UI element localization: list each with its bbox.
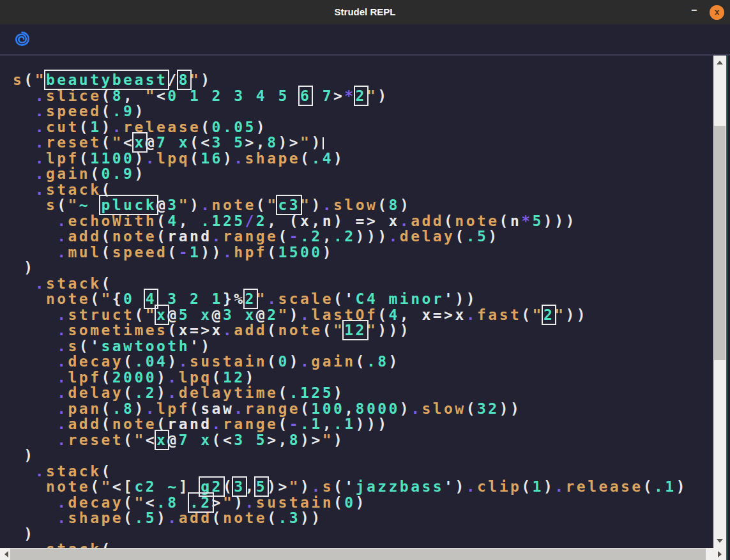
scroll-right-arrow-icon[interactable]	[718, 551, 722, 557]
code-token: "	[101, 291, 112, 307]
code-token: "	[134, 494, 145, 511]
code-token: rand	[167, 416, 211, 432]
code-token: )	[300, 432, 311, 448]
code-token: .	[411, 400, 422, 417]
code-token: range	[223, 416, 278, 432]
scroll-down-arrow-icon[interactable]	[717, 539, 723, 543]
code-token: (	[278, 228, 289, 245]
code-token: <	[123, 134, 134, 151]
code-token: ,	[323, 416, 333, 432]
code-token: gain	[311, 353, 355, 370]
scroll-up-arrow-icon[interactable]	[717, 61, 723, 64]
code-token: 8	[289, 432, 300, 448]
code-token: (	[377, 306, 388, 323]
code-token: slice	[46, 87, 102, 104]
code-token: add	[411, 213, 444, 229]
vertical-scrollbar-thumb[interactable]	[714, 126, 726, 360]
code-token: .	[245, 494, 256, 511]
minimize-button[interactable]: –	[687, 0, 702, 24]
code-token: [	[123, 478, 134, 495]
code-token: (	[521, 478, 532, 495]
code-token: 2	[256, 213, 267, 229]
code-token: (	[267, 322, 278, 338]
code-token: )	[400, 197, 411, 213]
titlebar[interactable]: Strudel REPL – x	[0, 0, 730, 24]
code-token: .	[35, 165, 46, 182]
code-token: "	[146, 306, 156, 323]
code-token: decay	[68, 494, 124, 511]
code-token: delay	[68, 384, 124, 401]
code-token: .	[400, 213, 411, 229]
code-token: .	[57, 306, 68, 323]
code-token: .	[35, 103, 46, 119]
code-token: )	[323, 244, 333, 261]
code-token: @	[156, 197, 167, 213]
scroll-left-arrow-icon[interactable]	[4, 551, 8, 557]
code-area[interactable]: s("beautybeast/8") .slice(8, "<0 1 2 3 4…	[0, 56, 713, 548]
code-token: .5	[134, 510, 156, 526]
horizontal-scrollbar-thumb[interactable]	[10, 549, 706, 560]
code-token: }	[223, 291, 234, 307]
code-token	[13, 478, 46, 495]
code-token: )	[389, 353, 400, 370]
code-token: @	[167, 432, 178, 448]
code-token: (	[101, 228, 112, 245]
code-token: .	[57, 228, 68, 245]
code-token: s	[13, 72, 24, 88]
code-token: .3	[278, 510, 300, 526]
code-token: "	[223, 494, 234, 511]
horizontal-scrollbar[interactable]	[0, 548, 726, 560]
code-token: note	[223, 510, 267, 526]
code-token: .	[466, 478, 477, 495]
code-token: lpf	[156, 400, 190, 417]
code-line: .add(note(rand.range(-.2,.2))).delay(.5)	[13, 229, 713, 245]
code-token: *	[344, 87, 355, 104]
code-token: shape	[245, 150, 301, 167]
code-token: (	[101, 463, 112, 480]
code-token: saw	[201, 400, 234, 417]
code-token: .	[223, 244, 234, 261]
code-token: .04	[134, 353, 167, 370]
code-token: sustain	[256, 494, 333, 511]
active-token-highlight: 6	[300, 87, 311, 104]
vertical-scrollbar[interactable]	[713, 56, 726, 548]
code-token: >	[333, 87, 344, 104]
strudel-spiral-logo[interactable]	[13, 31, 31, 48]
code-token: )	[13, 526, 35, 542]
code-token: .	[57, 510, 68, 526]
code-token: '	[90, 338, 101, 354]
code-token: .	[57, 353, 68, 370]
code-token	[13, 416, 57, 432]
code-token: (	[278, 416, 289, 432]
code-line: .struct("x@5 x@3 x@2").lastOf(4, x=>x.fa…	[13, 307, 713, 323]
code-line: .sometimes(x=>x.add(note("12")))	[13, 322, 713, 338]
code-token	[13, 291, 46, 307]
code-token: 0.05	[212, 119, 256, 135]
code-token: (	[333, 478, 344, 495]
code-token: (	[156, 416, 167, 432]
code-token: >	[289, 134, 300, 151]
code-token: ,	[256, 134, 267, 151]
code-token: (	[377, 197, 388, 213]
code-line: .stack(	[13, 464, 713, 480]
code-token: note	[112, 416, 156, 432]
code-token: .	[35, 181, 46, 198]
code-line: .stack(	[13, 182, 713, 198]
code-token: <	[223, 432, 234, 448]
active-token-highlight: .2	[190, 494, 212, 511]
code-token: .	[212, 416, 223, 432]
code-token	[13, 150, 35, 167]
code-token: 16	[201, 150, 223, 167]
code-token: )	[156, 369, 167, 386]
code-token	[13, 275, 35, 292]
code-token: (	[101, 103, 112, 119]
code-token: ))	[201, 244, 223, 261]
code-token: >	[311, 432, 322, 448]
active-token-highlight: 8	[179, 72, 190, 88]
code-token: (	[123, 494, 134, 511]
close-button[interactable]: x	[710, 5, 724, 20]
code-token: "	[289, 478, 300, 495]
code-line: .echoWith(4, .125/2, (x,n) => x.add(note…	[13, 213, 713, 229]
code-token: 100	[311, 400, 344, 417]
code-line: .decay("<.8 .2>").sustain(0)	[13, 495, 713, 511]
